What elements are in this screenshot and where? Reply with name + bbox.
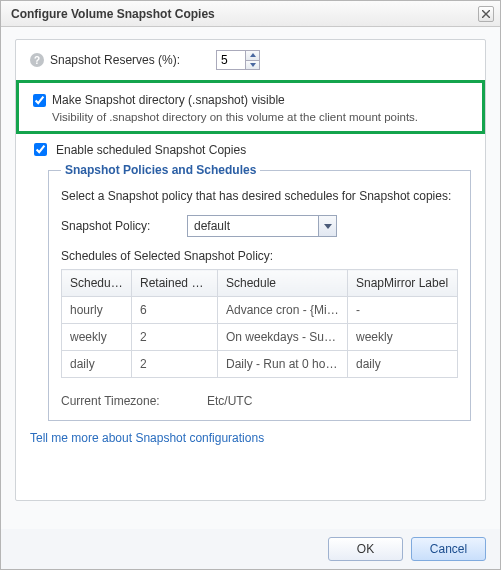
- cell: hourly: [62, 297, 132, 324]
- col-retained[interactable]: Retained Sn...: [132, 270, 218, 297]
- reserves-spinner[interactable]: [216, 50, 260, 70]
- titlebar: Configure Volume Snapshot Copies: [1, 1, 500, 27]
- policy-select-row: Snapshot Policy: default: [61, 215, 458, 237]
- schedules-table: Schedule... Retained Sn... Schedule Snap…: [61, 269, 458, 378]
- enable-scheduled-checkbox[interactable]: [34, 143, 47, 156]
- dialog-body: ? Snapshot Reserves (%): Make Snapshot d…: [1, 27, 500, 529]
- col-mirror[interactable]: SnapMirror Label: [348, 270, 458, 297]
- cell: On weekdays - Sunda...: [218, 324, 348, 351]
- table-row[interactable]: hourly 6 Advance cron - {Minu... -: [62, 297, 458, 324]
- cell: daily: [62, 351, 132, 378]
- dialog-window: Configure Volume Snapshot Copies ? Snaps…: [0, 0, 501, 570]
- dialog-footer: OK Cancel: [1, 529, 500, 569]
- timezone-value: Etc/UTC: [207, 394, 252, 408]
- schedules-label: Schedules of Selected Snapshot Policy:: [61, 249, 458, 263]
- cell: 6: [132, 297, 218, 324]
- reserves-input[interactable]: [217, 51, 245, 69]
- policy-dropdown[interactable]: default: [187, 215, 337, 237]
- cell: weekly: [348, 324, 458, 351]
- cell: Daily - Run at 0 hour 1...: [218, 351, 348, 378]
- enable-scheduled-row: Enable scheduled Snapshot Copies: [30, 140, 471, 159]
- close-icon: [482, 10, 490, 18]
- table-header-row: Schedule... Retained Sn... Schedule Snap…: [62, 270, 458, 297]
- chevron-down-icon[interactable]: [318, 216, 336, 236]
- reserves-row: ? Snapshot Reserves (%):: [30, 50, 471, 70]
- ok-button[interactable]: OK: [328, 537, 403, 561]
- table-row[interactable]: weekly 2 On weekdays - Sunda... weekly: [62, 324, 458, 351]
- spinner-up[interactable]: [246, 51, 259, 60]
- timezone-row: Current Timezone: Etc/UTC: [61, 394, 458, 408]
- cell: daily: [348, 351, 458, 378]
- close-button[interactable]: [478, 6, 494, 22]
- policies-fieldset: Snapshot Policies and Schedules Select a…: [48, 163, 471, 421]
- cell: 2: [132, 324, 218, 351]
- cell: 2: [132, 351, 218, 378]
- cell: -: [348, 297, 458, 324]
- reserves-label: Snapshot Reserves (%):: [50, 53, 210, 67]
- policy-value: default: [188, 219, 318, 233]
- visible-checkbox[interactable]: [33, 94, 46, 107]
- help-icon[interactable]: ?: [30, 53, 44, 67]
- policies-desc: Select a Snapshot policy that has desire…: [61, 189, 458, 203]
- visible-subtext: Visibility of .snapshot directory on thi…: [52, 111, 418, 123]
- table-row[interactable]: daily 2 Daily - Run at 0 hour 1... daily: [62, 351, 458, 378]
- col-schedule-name[interactable]: Schedule: [218, 270, 348, 297]
- cell: Advance cron - {Minu...: [218, 297, 348, 324]
- more-info-link[interactable]: Tell me more about Snapshot configuratio…: [30, 431, 471, 445]
- cancel-button[interactable]: Cancel: [411, 537, 486, 561]
- enable-scheduled-label: Enable scheduled Snapshot Copies: [56, 143, 246, 157]
- policies-legend: Snapshot Policies and Schedules: [61, 163, 260, 177]
- visible-highlight: Make Snapshot directory (.snapshot) visi…: [16, 80, 485, 134]
- visible-label: Make Snapshot directory (.snapshot) visi…: [52, 93, 418, 107]
- dialog-title: Configure Volume Snapshot Copies: [11, 7, 478, 21]
- visible-check-row: Make Snapshot directory (.snapshot) visi…: [33, 93, 468, 123]
- main-panel: ? Snapshot Reserves (%): Make Snapshot d…: [15, 39, 486, 501]
- spinner-down[interactable]: [246, 60, 259, 70]
- cell: weekly: [62, 324, 132, 351]
- policy-label: Snapshot Policy:: [61, 219, 181, 233]
- col-schedule[interactable]: Schedule...: [62, 270, 132, 297]
- timezone-label: Current Timezone:: [61, 394, 201, 408]
